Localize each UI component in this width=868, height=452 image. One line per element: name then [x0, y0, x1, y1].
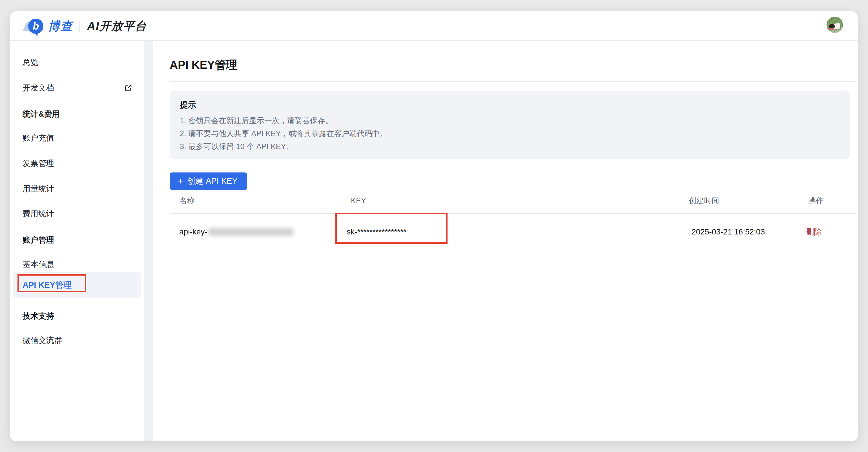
user-avatar[interactable] — [827, 17, 843, 33]
api-key-name: api-key- — [179, 226, 293, 238]
page-title: API KEY管理 — [169, 57, 237, 73]
table-header-divider — [169, 213, 856, 214]
sidebar-item-usage-stats[interactable]: 用量统计 — [10, 183, 144, 195]
column-header-key: KEY — [351, 194, 366, 207]
column-header-name: 名称 — [179, 194, 194, 207]
platform-title: AI开放平台 — [87, 18, 147, 34]
tips-line-2: 2. 请不要与他人共享 API KEY，或将其暴露在客户端代码中。 — [180, 127, 840, 140]
redacted-name-blur — [209, 228, 293, 236]
sidebar-item-cost-stats[interactable]: 费用统计 — [10, 207, 144, 220]
table-row: api-key- 2025-03-21 16:52:03 删除 — [153, 226, 858, 238]
sidebar-main-divider — [144, 41, 153, 441]
masked-api-key: sk-**************** — [347, 226, 406, 238]
plus-icon: + — [178, 176, 183, 186]
sidebar-section-stats-billing: 统计&费用 — [10, 108, 144, 120]
sidebar-item-basic-info[interactable]: 基本信息 — [10, 258, 144, 270]
app-window: b 博查 AI开放平台 总览 开发文档 统计&费用 账户 — [10, 11, 858, 441]
created-timestamp: 2025-03-21 16:52:03 — [691, 226, 765, 238]
column-header-action: 操作 — [808, 194, 824, 207]
top-bar: b 博查 AI开放平台 — [10, 11, 858, 41]
title-divider — [169, 81, 856, 82]
sidebar-section-account: 账户管理 — [10, 234, 144, 246]
sidebar-item-api-key-management[interactable]: API KEY管理 — [13, 272, 141, 298]
brand-name: 博查 — [48, 18, 73, 34]
column-header-created: 创建时间 — [689, 194, 719, 207]
tips-title: 提示 — [180, 99, 840, 111]
sidebar-item-wechat-group[interactable]: 微信交流群 — [10, 334, 144, 347]
tips-line-3: 3. 最多可以保留 10 个 API KEY。 — [180, 140, 840, 153]
table-header-row: 名称 KEY 创建时间 操作 — [153, 194, 858, 207]
sidebar-item-recharge[interactable]: 账户充值 — [10, 132, 144, 144]
create-api-key-button[interactable]: + 创建 API KEY — [169, 172, 247, 190]
main-content: API KEY管理 提示 1. 密钥只会在新建后显示一次，请妥善保存。 2. 请… — [153, 41, 858, 441]
brand-logo[interactable]: b 博查 AI开放平台 — [25, 11, 147, 41]
brand-divider — [80, 21, 80, 32]
sidebar-section-support: 技术支持 — [10, 310, 144, 322]
sidebar-item-invoices[interactable]: 发票管理 — [10, 157, 144, 170]
sidebar: 总览 开发文档 统计&费用 账户充值 发票管理 用量统计 费用统计 账户管理 基… — [10, 41, 144, 441]
bocha-logo-icon: b — [25, 18, 43, 35]
delete-button[interactable]: 删除 — [806, 226, 822, 238]
external-link-icon — [124, 84, 132, 92]
sidebar-item-overview[interactable]: 总览 — [10, 56, 144, 69]
tips-line-1: 1. 密钥只会在新建后显示一次，请妥善保存。 — [180, 114, 840, 127]
tips-panel: 提示 1. 密钥只会在新建后显示一次，请妥善保存。 2. 请不要与他人共享 AP… — [169, 91, 850, 159]
sidebar-item-docs[interactable]: 开发文档 — [10, 82, 144, 94]
